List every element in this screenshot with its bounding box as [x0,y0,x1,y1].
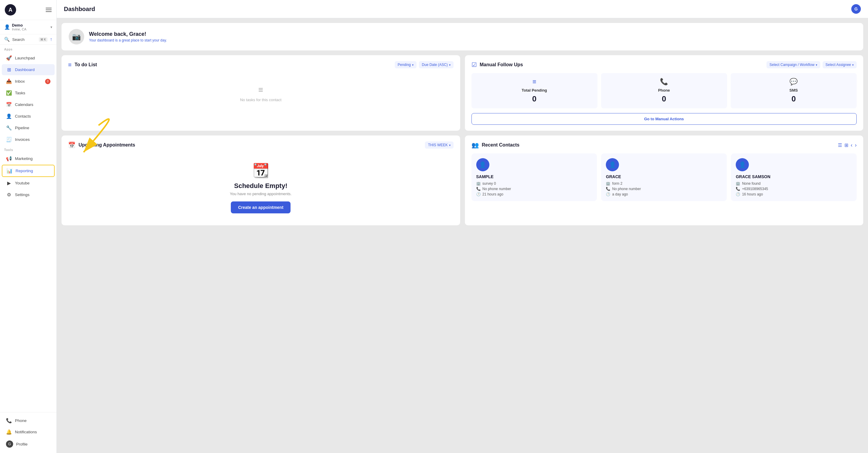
search-forward-icon: ↑ [50,37,52,42]
sidebar-item-settings[interactable]: ⚙ Settings [2,189,55,200]
welcome-camera-icon: 📷 [69,29,84,44]
contact-phone-grace: No phone number [612,187,641,191]
contact-phone-sample: No phone number [483,187,511,191]
content-area: 📷 Welcome back, Grace! Your dashboard is… [57,18,868,453]
sidebar-item-label: Launchpad [15,56,35,60]
campaign-filter-button[interactable]: Select Campaign / Workflow ▾ [767,61,820,68]
recent-contacts-header: 👥 Recent Contacts ☰ ⊞ ‹ › [471,141,857,149]
sidebar-item-label: Reporting [16,169,33,173]
contact-time-grace: a day ago [612,192,628,196]
go-to-manual-actions-button[interactable]: Go to Manual Actions [471,113,857,125]
topbar-avatar: G [851,4,861,14]
dashboard-icon: ⊞ [6,67,12,72]
tools-section-label: Tools [0,145,56,153]
sidebar-item-reporting[interactable]: 📊 Reporting [2,165,55,177]
contact-card-grace[interactable]: 👤 GRACE 🏢 form 2 📞 No phone number [601,153,727,201]
sms-stat-icon: 💬 [736,78,852,86]
contacts-grid: 👤 SAMPLE 🏢 survey 0 📞 No phone number [471,153,857,201]
hamburger-menu[interactable] [46,8,52,12]
contact-card-grace-samson[interactable]: 👤 GRACE SAMSON 🏢 None found 📞 +639108965… [731,153,857,201]
sidebar-item-youtube[interactable]: ▶ Youtube [2,177,55,189]
todo-empty-text: No tasks for this contact [240,98,282,102]
sidebar-item-label: Pipeline [15,126,29,130]
launchpad-icon: 🚀 [6,55,12,61]
contacts-icon: 👤 [6,114,12,119]
followup-stats: ≡ Total Pending 0 📞 Phone 0 💬 SMS 0 [471,73,857,108]
list-view-icon[interactable]: ☰ [838,142,842,148]
sidebar-item-calendars[interactable]: 📅 Calendars [2,99,55,110]
topbar: Dashboard G [57,0,868,18]
sms-stat-label: SMS [736,88,852,93]
sidebar-item-invoices[interactable]: 🧾 Invoices [2,134,55,145]
due-date-filter-button[interactable]: Due Date (ASC) ▾ [419,61,454,68]
todo-filters: Pending ▾ Due Date (ASC) ▾ [395,61,454,68]
phone-icon-sample: 📞 [476,187,481,191]
reporting-icon: 📊 [6,168,12,174]
sidebar-item-label: Settings [15,192,30,197]
appointments-title: Upcoming Appointments [79,142,135,148]
search-trigger[interactable]: 🔍 Search ⌘ K ↑ [0,34,56,45]
sidebar-item-notifications[interactable]: 🔔 Notifications [2,426,55,438]
welcome-banner: 📷 Welcome back, Grace! Your dashboard is… [62,23,863,51]
pending-chevron-icon: ▾ [412,63,413,67]
logo-avatar: A [5,4,16,15]
marketing-icon: 📢 [6,156,12,161]
contact-time-grace-samson: 16 hours ago [742,192,763,196]
calendar-empty-icon: 📆 [252,162,269,179]
inbox-badge: 0 [45,79,51,84]
sidebar-item-tasks[interactable]: ✅ Tasks [2,88,55,98]
sidebar-item-dashboard[interactable]: ⊞ Dashboard [2,64,55,75]
phone-icon-grace-samson: 📞 [736,187,740,191]
sidebar-item-launchpad[interactable]: 🚀 Launchpad [2,53,55,64]
contact-meta-sample: 🏢 survey 0 📞 No phone number 🕐 21 hours … [476,182,511,196]
user-dropdown-icon: ▾ [51,25,52,29]
contact-card-sample[interactable]: 👤 SAMPLE 🏢 survey 0 📞 No phone number [471,153,597,201]
contact-source-sample: survey 0 [483,182,496,186]
create-appointment-button[interactable]: Create an appointment [231,201,290,214]
sidebar-item-inbox[interactable]: 📥 Inbox 0 [2,76,55,87]
time-icon-sample: 🕐 [476,192,481,196]
contact-avatar-sample: 👤 [476,158,489,171]
sidebar-item-label: Invoices [15,137,30,142]
youtube-icon: ▶ [6,180,12,186]
search-shortcut: ⌘ K [39,37,48,42]
contact-phone-grace-samson: +639108965345 [742,187,768,191]
source-icon-grace-samson: 🏢 [736,182,740,186]
sidebar-item-label: Calendars [15,102,33,107]
followups-title: Manual Follow Ups [480,62,523,67]
this-week-chevron-icon: ▾ [449,143,451,147]
contacts-header-actions: ☰ ⊞ ‹ › [838,142,857,148]
grid-view-icon[interactable]: ⊞ [844,142,848,148]
pipeline-icon: 🔧 [6,125,12,131]
this-week-filter-button[interactable]: THIS WEEK ▾ [425,141,453,149]
todo-card: ≡ To do List Pending ▾ Due Date (ASC) ▾ [62,55,460,131]
search-icon: 🔍 [4,37,10,42]
contacts-next-icon[interactable]: › [855,142,857,148]
inbox-icon: 📥 [6,78,12,84]
contacts-prev-icon[interactable]: ‹ [851,142,852,148]
sidebar-item-label: Marketing [15,156,33,161]
sidebar-item-contacts[interactable]: 👤 Contacts [2,111,55,122]
stat-sms: 💬 SMS 0 [731,73,857,108]
settings-icon: ⚙ [6,192,12,198]
sidebar-item-label: Contacts [15,114,31,119]
user-name: Demo [12,23,26,28]
phone-stat-label: Phone [606,88,722,93]
due-date-chevron-icon: ▾ [449,63,451,67]
sidebar-item-profile[interactable]: G Profile [2,438,55,450]
contact-avatar-grace-samson: 👤 [736,158,749,171]
sidebar-item-phone[interactable]: 📞 Phone [2,415,55,426]
sidebar-item-label: Tasks [15,91,25,95]
todo-empty-icon: ≡ [258,85,263,95]
source-icon-grace: 🏢 [606,182,610,186]
sidebar-logo: A [0,0,56,20]
sidebar-item-marketing[interactable]: 📢 Marketing [2,153,55,164]
total-pending-icon: ≡ [476,78,593,86]
sidebar-item-pipeline[interactable]: 🔧 Pipeline [2,122,55,133]
sidebar-user[interactable]: 👤 Demo Irvine, CA ▾ [0,20,56,34]
assignee-filter-button[interactable]: Select Assignee ▾ [823,61,857,68]
todo-header: ≡ To do List Pending ▾ Due Date (ASC) ▾ [68,61,454,68]
source-icon-sample: 🏢 [476,182,481,186]
contact-source-grace: form 2 [612,182,622,186]
pending-filter-button[interactable]: Pending ▾ [395,61,416,68]
